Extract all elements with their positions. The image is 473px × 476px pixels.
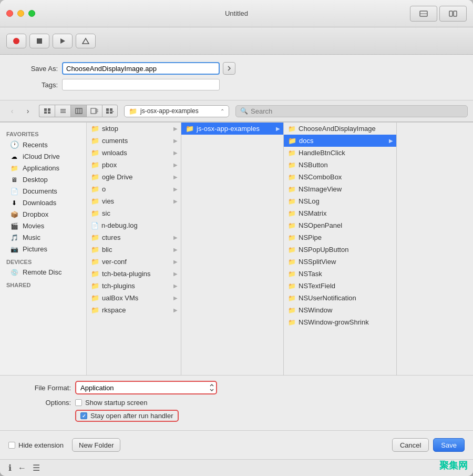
list-item[interactable]: 📁 ogle Drive ▶ [87,171,181,183]
list-item[interactable]: 📁 tch-plugins ▶ [87,280,181,292]
folder-icon: 📁 [91,234,99,241]
list-item[interactable]: 📁 ctures ▶ [87,231,181,244]
list-item[interactable]: 📁 NSButton [284,159,396,171]
play-button[interactable] [53,34,73,48]
sidebar-item-movies[interactable]: 🎬 Movies [2,220,84,231]
location-chevron-btn[interactable] [223,62,235,75]
list-item[interactable]: 📁 cuments ▶ [87,135,181,147]
format-select[interactable]: Application Script [75,381,217,394]
folder-icon: 📁 [91,137,99,145]
list-item[interactable]: 📁 ver-conf ▶ [87,256,181,268]
list-item[interactable]: 📁 NSTextField [284,280,396,292]
sidebar-item-pictures-label: Pictures [23,245,47,253]
list-item[interactable]: 📁 wnloads ▶ [87,147,181,159]
folder-icon: 📁 [91,306,99,314]
save-button[interactable]: Save [433,438,465,452]
stay-open-checkbox[interactable] [80,412,87,419]
list-item[interactable]: 📁 NSPipe [284,231,396,244]
filename-input[interactable] [62,62,220,75]
sidebar-item-pictures[interactable]: 📷 Pictures [2,244,84,255]
svg-rect-10 [44,112,47,114]
svg-point-4 [13,38,19,44]
list-item[interactable]: 📁 NSSplitView [284,256,396,268]
folder-icon: 📁 [288,174,296,181]
list-item[interactable]: 📁 sic [87,207,181,219]
list-item[interactable]: 📁 ualBox VMs ▶ [87,292,181,304]
close-button[interactable] [6,10,13,17]
list-item[interactable]: 📁 docs ▶ [284,135,396,147]
list-item[interactable]: 📁 vies ▶ [87,195,181,207]
folder-icon: 📁 [91,173,99,181]
sidebar-item-documents[interactable]: 📄 Documents [2,186,84,197]
forward-button[interactable]: › [21,105,35,117]
list-item[interactable]: 📁 NSTask [284,268,396,280]
list-item[interactable]: 📁 NSOpenPanel [284,219,396,231]
sidebar-item-icloud[interactable]: ☁ iCloud Drive [2,151,84,162]
minimize-button[interactable] [17,10,24,17]
show-startup-checkbox[interactable] [75,399,82,406]
column-1: 📁 sktop ▶ 📁 cuments ▶ 📁 wnloads ▶ 📁 pbox [87,123,181,375]
folder-icon: 📁 [91,258,99,266]
search-icon: 🔍 [240,107,248,115]
sidebar-item-desktop[interactable]: 🖥 Desktop [2,174,84,185]
list-item[interactable]: 📁 NSWindow-growShrink [284,316,396,328]
back-button[interactable]: ‹ [5,105,19,117]
new-folder-button[interactable]: New Folder [72,438,120,452]
tags-input[interactable] [62,79,220,90]
svg-rect-18 [91,108,96,114]
search-bar[interactable]: 🔍 [235,105,468,117]
folder-icon: 📁 [288,319,296,326]
list-item[interactable]: 📁 o ▶ [87,183,181,195]
view-icon-button[interactable] [39,105,55,117]
list-item[interactable]: 📁 NSUserNotification [284,292,396,304]
list-item[interactable]: 📁 HandleBtnClick [284,147,396,159]
window-tile-btn[interactable] [410,6,437,22]
dropbox-icon: 📦 [9,211,19,218]
list-item[interactable]: 📁 tch-beta-plugins ▶ [87,268,181,280]
maximize-button[interactable] [28,10,35,17]
window-split-btn[interactable] [439,6,467,22]
sidebar-item-remotedisc[interactable]: 💿 Remote Disc [2,267,84,278]
list-icon[interactable]: ☰ [33,463,40,473]
back-icon[interactable]: ← [18,463,26,473]
sidebar-item-applications[interactable]: 📁 Applications [2,163,84,174]
sidebar-item-downloads[interactable]: ⬇ Downloads [2,197,84,208]
view-list-button[interactable] [55,105,70,117]
icloud-icon: ☁ [9,153,19,160]
pictures-icon: 📷 [9,246,19,253]
stay-open-checkbox-label[interactable]: Stay open after run handler [80,412,173,420]
sidebar-item-recents[interactable]: 🕐 Recents [2,139,84,150]
list-item[interactable]: 📁 rkspace ▶ [87,304,181,316]
sidebar-item-music[interactable]: 🎵 Music [2,232,84,243]
list-item[interactable]: 📁 ChooseAndDisplayImage [284,123,396,135]
devices-header: Devices [0,257,86,266]
folder-icon: 📁 [91,246,99,254]
list-item[interactable]: 📁 pbox ▶ [87,159,181,171]
view-column-button[interactable] [70,105,86,117]
list-item[interactable]: 📄 n-debug.log [87,219,181,231]
hide-extension-checkbox[interactable] [8,442,15,449]
cancel-button[interactable]: Cancel [392,438,429,452]
list-item[interactable]: 📁 sktop ▶ [87,123,181,135]
list-item[interactable]: 📁 NSPopUpButton [284,244,396,256]
file-icon: 📄 [91,222,99,229]
location-bar[interactable]: 📁 js-osx-app-examples ⌃ [124,105,229,117]
list-item[interactable]: 📁 js-osx-app-examples ▶ [181,123,283,135]
list-item[interactable]: 📁 NSLog [284,195,396,207]
show-startup-checkbox-label[interactable]: Show startup screen [75,399,148,407]
list-item[interactable]: 📁 NSWindow [284,304,396,316]
stop-button[interactable] [29,34,49,48]
info-icon[interactable]: ℹ [8,463,12,473]
list-item[interactable]: 📁 NSMatrix [284,207,396,219]
search-input[interactable] [251,107,463,115]
tags-label: Tags: [11,81,58,89]
list-item[interactable]: 📁 NSImageView [284,183,396,195]
record-button[interactable] [6,34,26,48]
hide-extension-label[interactable]: Hide extension [8,441,64,449]
list-item[interactable]: 📁 NSComboBox [284,171,396,183]
view-arrange-button[interactable] [102,105,118,117]
list-item[interactable]: 📁 blic ▶ [87,244,181,256]
view-preview-button[interactable] [86,105,102,117]
compile-button[interactable] [76,34,96,48]
sidebar-item-dropbox[interactable]: 📦 Dropbox [2,209,84,220]
